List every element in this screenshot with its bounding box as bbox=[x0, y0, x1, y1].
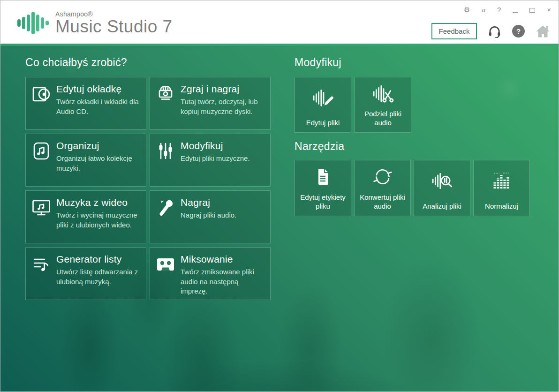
playlist-icon bbox=[32, 255, 51, 274]
feedback-button[interactable]: Feedback bbox=[431, 23, 477, 39]
tile-music-from-video[interactable]: Muzyka z wideo Twórz i wycinaj muzyczne … bbox=[25, 190, 146, 243]
tile-title: Zgraj i nagraj bbox=[181, 83, 264, 95]
section-title-modify: Modyfikuj bbox=[295, 56, 341, 69]
tile-subtitle: Tutaj twórz, odczytaj, lub kopiuj muzycz… bbox=[181, 97, 264, 116]
main-content: Co chciałbyś zrobić? Edytuj okładkę Twór… bbox=[0, 46, 559, 392]
tile-label: Normalizuj bbox=[482, 202, 521, 216]
main-tile-grid: Edytuj okładkę Twórz okładki i wkładki d… bbox=[25, 77, 271, 300]
tile-record[interactable]: Nagraj Nagraj pliki audio. bbox=[150, 190, 271, 243]
tile-subtitle: Organizuj łatwo kolekcję muzyki. bbox=[56, 154, 139, 173]
tile-title: Nagraj bbox=[181, 197, 236, 208]
cd-case-icon bbox=[32, 85, 51, 104]
app-window: Ashampoo® Music Studio 7 ⚙ a ? × Feedbac… bbox=[0, 0, 559, 392]
disc-drive-icon bbox=[156, 85, 175, 104]
waveform-logo-icon bbox=[17, 10, 49, 36]
tile-analyze-files[interactable]: Analizuj pliki bbox=[414, 160, 470, 216]
tile-label: Podziel pliki audio bbox=[355, 110, 411, 132]
tile-label: Edytuj pliki bbox=[303, 119, 343, 132]
tile-organize[interactable]: Organizuj Organizuj łatwo kolekcję muzyk… bbox=[25, 134, 146, 187]
tile-subtitle: Nagraj pliki audio. bbox=[181, 211, 236, 220]
monitor-music-icon bbox=[32, 198, 51, 217]
tile-subtitle: Edytuj pliki muzyczne. bbox=[181, 154, 250, 164]
titlebar: Ashampoo® Music Studio 7 ⚙ a ? × Feedbac… bbox=[0, 0, 559, 44]
waveform-scissors-icon bbox=[372, 84, 394, 104]
sliders-icon bbox=[156, 142, 175, 160]
modify-tile-grid: Edytuj pliki Podziel pliki audio bbox=[295, 77, 411, 133]
tile-mixing[interactable]: Miksowanie Twórz zmiksowane pliki audio … bbox=[150, 247, 271, 300]
music-file-icon bbox=[32, 142, 51, 160]
tile-convert-audio[interactable]: Konwertuj pliki audio bbox=[354, 160, 411, 216]
tile-subtitle: Utwórz listę odtwarzania z ulubioną muzy… bbox=[56, 267, 139, 286]
document-icon bbox=[313, 167, 333, 187]
tile-playlist-generator[interactable]: Generator listy Utwórz listę odtwarzania… bbox=[25, 247, 146, 300]
tile-edit-tags[interactable]: Edytuj etykiety pliku bbox=[295, 160, 351, 216]
app-logo: Ashampoo® Music Studio 7 bbox=[17, 10, 173, 36]
home-icon[interactable] bbox=[536, 25, 550, 38]
tile-title: Edytuj okładkę bbox=[56, 83, 139, 95]
tile-subtitle: Twórz i wycinaj muzyczne pliki z ulubion… bbox=[56, 211, 139, 230]
section-title-what-to-do: Co chciałbyś zrobić? bbox=[25, 56, 127, 69]
tile-subtitle: Twórz okładki i wkładki dla Audio CD. bbox=[56, 97, 139, 116]
support-headset-icon[interactable] bbox=[488, 24, 501, 38]
close-button[interactable]: × bbox=[547, 6, 551, 14]
tile-label: Konwertuj pliki audio bbox=[355, 193, 410, 216]
tile-subtitle: Twórz zmiksowane pliki audio na następną… bbox=[181, 267, 264, 296]
tile-title: Muzyka z wideo bbox=[56, 197, 139, 208]
titlebar-mini-controls: ⚙ a ? × bbox=[464, 6, 551, 14]
titlebar-actions: Feedback ? bbox=[431, 23, 550, 39]
microphone-icon bbox=[156, 198, 175, 217]
tile-label: Edytuj etykiety pliku bbox=[295, 193, 351, 216]
section-title-tools: Narzędzia bbox=[295, 140, 344, 153]
tile-modify[interactable]: Modyfikuj Edytuj pliki muzyczne. bbox=[150, 134, 271, 187]
tile-edit-files[interactable]: Edytuj pliki bbox=[295, 77, 351, 133]
maximize-button[interactable] bbox=[529, 8, 535, 13]
tile-normalize[interactable]: Normalizuj bbox=[473, 160, 530, 216]
account-icon[interactable]: a bbox=[482, 6, 485, 14]
tile-title: Modyfikuj bbox=[181, 140, 250, 151]
tile-edit-cover[interactable]: Edytuj okładkę Twórz okładki i wkładki d… bbox=[25, 77, 146, 130]
convert-icon bbox=[372, 166, 393, 187]
tools-tile-grid: Edytuj etykiety pliku Konwertuj pliki au… bbox=[295, 160, 530, 216]
settings-gear-icon[interactable]: ⚙ bbox=[464, 6, 470, 14]
minimize-button[interactable] bbox=[513, 12, 518, 13]
tile-split-audio[interactable]: Podziel pliki audio bbox=[355, 77, 411, 133]
tile-label: Analizuj pliki bbox=[420, 202, 464, 216]
app-title: Music Studio 7 bbox=[55, 18, 173, 36]
cassette-icon bbox=[156, 255, 175, 274]
tile-title: Generator listy bbox=[56, 254, 139, 265]
help-icon[interactable]: ? bbox=[497, 6, 501, 14]
waveform-pencil-icon bbox=[312, 88, 334, 108]
help-circle-icon[interactable]: ? bbox=[512, 25, 525, 38]
tile-title: Miksowanie bbox=[181, 254, 264, 265]
waveform-magnifier-icon bbox=[431, 171, 453, 191]
tile-rip-and-burn[interactable]: Zgraj i nagraj Tutaj twórz, odczytaj, lu… bbox=[150, 77, 271, 130]
equalizer-icon bbox=[491, 171, 512, 191]
tile-title: Organizuj bbox=[56, 140, 139, 151]
